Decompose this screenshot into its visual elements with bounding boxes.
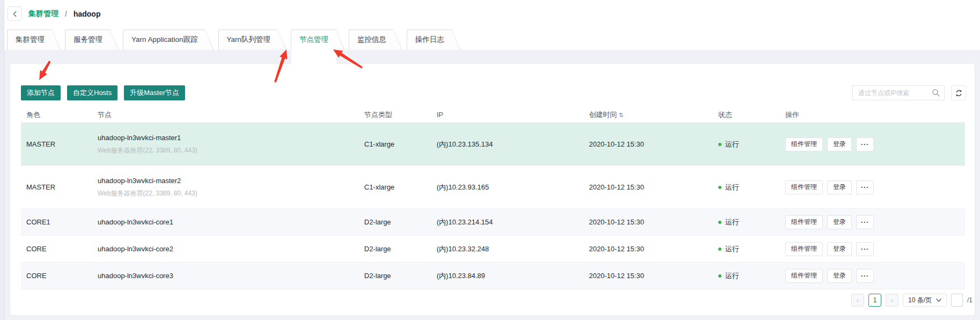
- node-table: 角色 节点 节点类型 IP 创建时间⇅ 状态 操作 MASTER uhadoop…: [21, 107, 965, 289]
- refresh-button[interactable]: [951, 85, 966, 100]
- active-tab-connector: [291, 49, 336, 64]
- component-manage-button[interactable]: 组件管理: [785, 137, 823, 151]
- chevron-left-icon: [11, 10, 19, 18]
- cell-ip: (内)10.23.84.89: [431, 271, 584, 281]
- search-box: [852, 85, 945, 100]
- status-label: 运行: [725, 272, 739, 280]
- cell-status: 运行: [713, 183, 780, 192]
- login-button[interactable]: 登录: [827, 215, 852, 229]
- more-actions-button[interactable]: ···: [856, 137, 874, 151]
- node-name: uhadoop-ln3wvkci-master1: [98, 134, 359, 142]
- cell-ip: (内)10.23.135.134: [431, 140, 584, 149]
- cell-node-type: D2-large: [359, 272, 431, 280]
- cell-status: 运行: [713, 244, 780, 254]
- refresh-icon: [955, 89, 963, 97]
- col-header-actions: 操作: [780, 110, 965, 120]
- col-header-status: 状态: [713, 110, 780, 120]
- cell-status: 运行: [713, 140, 780, 149]
- cell-created-time: 2020-10-12 15:30: [584, 183, 713, 191]
- cell-node: uhadoop-ln3wvkci-core2: [92, 245, 359, 253]
- cell-node: uhadoop-ln3wvkci-master1 Web服务器推荐(22, 33…: [92, 134, 359, 155]
- status-dot-icon: [718, 248, 721, 251]
- cell-ip: (内)10.23.214.154: [431, 217, 584, 227]
- cell-status: 运行: [713, 271, 780, 281]
- more-actions-button[interactable]: ···: [856, 215, 874, 229]
- col-header-created: 创建时间⇅: [584, 110, 713, 120]
- page-jump-input[interactable]: [951, 294, 963, 307]
- custom-hosts-button[interactable]: 自定义Hosts: [67, 85, 117, 100]
- tab-label: Yarn Application跟踪: [123, 30, 214, 50]
- collapsed-sidebar: [0, 0, 4, 320]
- breadcrumb-separator: /: [65, 10, 67, 18]
- tab-operation-log[interactable]: 操作日志: [407, 30, 460, 50]
- upgrade-master-button[interactable]: 升级Master节点: [124, 85, 185, 100]
- cell-role: MASTER: [21, 183, 92, 191]
- pagination-prev-button[interactable]: ‹: [851, 294, 864, 307]
- login-button[interactable]: 登录: [827, 137, 852, 151]
- node-sub-label: Web服务器推荐(22, 3389, 80, 443): [98, 189, 359, 198]
- status-dot-icon: [718, 274, 721, 278]
- cell-node: uhadoop-ln3wvkci-core1: [92, 218, 359, 226]
- tab-monitor[interactable]: 监控信息: [349, 30, 402, 50]
- tab-node[interactable]: 节点管理: [291, 30, 344, 50]
- page-size-select[interactable]: 10 条/页: [903, 294, 947, 307]
- col-header-type: 节点类型: [359, 110, 431, 120]
- more-actions-button[interactable]: ···: [856, 269, 874, 283]
- more-actions-button[interactable]: ···: [856, 180, 874, 194]
- page-size-value: 10 条/页: [908, 296, 932, 305]
- component-manage-button[interactable]: 组件管理: [785, 215, 823, 229]
- table-row: CORE uhadoop-ln3wvkci-core3 D2-large (内)…: [21, 263, 965, 289]
- component-manage-button[interactable]: 组件管理: [785, 180, 823, 194]
- breadcrumb-current: hadoop: [73, 10, 101, 18]
- sort-icon[interactable]: ⇅: [618, 112, 623, 118]
- table-row: CORE1 uhadoop-ln3wvkci-core1 D2-large (内…: [21, 209, 965, 236]
- cell-actions: 组件管理 登录 ···: [780, 180, 965, 194]
- cell-node: uhadoop-ln3wvkci-core3: [92, 272, 359, 280]
- chevron-down-icon: [936, 299, 941, 302]
- cell-created-time: 2020-10-12 15:30: [584, 218, 713, 226]
- search-icon[interactable]: [932, 89, 940, 97]
- back-button[interactable]: [8, 6, 22, 21]
- breadcrumb: 集群管理 / hadoop: [8, 6, 100, 21]
- tab-cluster[interactable]: 集群管理: [7, 30, 61, 50]
- tab-yarn-application[interactable]: Yarn Application跟踪: [123, 30, 214, 50]
- cell-ip: (内)10.23.32.248: [431, 244, 584, 254]
- cell-node-type: D2-large: [359, 218, 431, 226]
- tab-label: 服务管理: [65, 30, 119, 50]
- status-label: 运行: [725, 245, 739, 253]
- component-manage-button[interactable]: 组件管理: [785, 242, 823, 256]
- login-button[interactable]: 登录: [827, 269, 852, 283]
- cell-actions: 组件管理 登录 ···: [780, 242, 965, 256]
- more-actions-button[interactable]: ···: [856, 242, 874, 256]
- component-manage-button[interactable]: 组件管理: [785, 269, 823, 283]
- login-button[interactable]: 登录: [827, 242, 852, 256]
- breadcrumb-parent-link[interactable]: 集群管理: [28, 9, 58, 19]
- status-dot-icon: [718, 143, 721, 146]
- cell-created-time: 2020-10-12 15:30: [584, 272, 713, 280]
- tab-label: 操作日志: [407, 30, 460, 50]
- cell-status: 运行: [713, 217, 780, 227]
- cell-role: CORE: [21, 272, 92, 280]
- status-label: 运行: [725, 218, 739, 226]
- col-header-node: 节点: [92, 110, 359, 120]
- status-dot-icon: [718, 186, 721, 189]
- cell-actions: 组件管理 登录 ···: [780, 215, 965, 229]
- pagination-page-1[interactable]: 1: [868, 294, 881, 307]
- col-header-ip: IP: [431, 111, 584, 119]
- table-header: 角色 节点 节点类型 IP 创建时间⇅ 状态 操作: [21, 107, 965, 123]
- tab-yarn-queue[interactable]: Yarn队列管理: [218, 30, 287, 50]
- table-row: CORE uhadoop-ln3wvkci-core2 D2-large (内)…: [21, 236, 965, 263]
- pagination-next-button[interactable]: ›: [886, 294, 898, 307]
- login-button[interactable]: 登录: [827, 180, 852, 194]
- node-sub-label: Web服务器推荐(22, 3389, 80, 443): [98, 146, 359, 155]
- search-input[interactable]: [852, 85, 945, 100]
- add-node-button[interactable]: 添加节点: [21, 85, 61, 100]
- status-dot-icon: [718, 221, 721, 224]
- status-label: 运行: [725, 183, 739, 191]
- tab-service[interactable]: 服务管理: [65, 30, 119, 50]
- cell-node: uhadoop-ln3wvkci-master2 Web服务器推荐(22, 33…: [92, 177, 359, 198]
- content-panel: 添加节点自定义Hosts升级Master节点 角色 节点 节点类型 IP: [10, 63, 975, 316]
- cell-created-time: 2020-10-12 15:30: [584, 140, 713, 148]
- tab-bar: 集群管理服务管理Yarn Application跟踪Yarn队列管理节点管理监控…: [7, 30, 465, 50]
- cell-node-type: D2-large: [359, 245, 431, 253]
